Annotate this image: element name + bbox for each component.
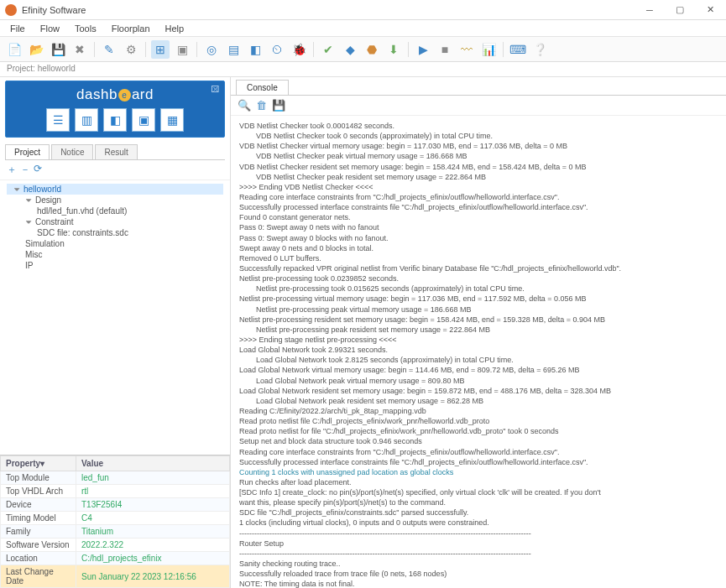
prop-key: Timing Model <box>1 512 76 525</box>
tree-toolbar: ＋ － ⟳ <box>0 160 230 180</box>
remove-file-icon[interactable]: － <box>20 163 30 177</box>
prop-key: Location <box>1 552 76 565</box>
add-file-icon[interactable]: ＋ <box>7 163 17 177</box>
project-path-label: Project: helloworld <box>0 62 726 77</box>
prop-val: C:/hdl_projects_efinix <box>76 552 230 565</box>
console-toolbar: 🔍 🗑 💾 <box>231 96 726 116</box>
prop-val: Titanium <box>76 525 230 539</box>
dash-floorplan-icon[interactable]: ◧ <box>103 108 127 132</box>
tree-design-file[interactable]: hdl/led_fun.vhd (default) <box>30 206 223 216</box>
menu-flow[interactable]: Flow <box>34 22 66 35</box>
console-clear-icon[interactable]: 🗑 <box>256 99 267 112</box>
open-project-icon[interactable]: 📂 <box>27 40 45 59</box>
maximize-button[interactable]: ▢ <box>669 3 691 18</box>
properties-table: Property▾ Value Top Moduleled_fun Top VH… <box>0 455 230 588</box>
wave-icon[interactable]: 〰 <box>457 40 476 59</box>
left-pane: ⮽ dashbeard ☰ ▥ ◧ ▣ ▦ Project Notice Res… <box>0 77 231 588</box>
new-project-icon[interactable]: 📄 <box>5 40 24 59</box>
settings-icon[interactable]: ⚙ <box>122 40 140 59</box>
console-tab[interactable]: Console <box>236 80 289 95</box>
prop-key: Top VHDL Arch <box>1 485 76 498</box>
menubar: File Flow Tools Floorplan Help <box>0 20 726 37</box>
prop-val: T13F256I4 <box>76 498 230 512</box>
save-icon[interactable]: 💾 <box>49 40 67 59</box>
tree-ip[interactable]: IP <box>18 260 223 271</box>
console-output[interactable]: VDB Netlist Checker took 0.0001482 secon… <box>231 116 726 588</box>
dashboard-icon[interactable]: ⊞ <box>151 40 170 59</box>
prop-key: Last Change Date <box>1 565 76 588</box>
left-tabs: Project Notice Result <box>5 144 225 160</box>
help-icon[interactable]: ❔ <box>530 40 549 59</box>
prop-val: 2022.2.322 <box>76 539 230 552</box>
console-search-icon[interactable]: 🔍 <box>238 99 251 112</box>
prop-val: led_fun <box>76 471 230 485</box>
pnr-icon[interactable]: ◆ <box>341 40 359 59</box>
tab-project[interactable]: Project <box>5 144 50 159</box>
toolbar: 📄 📂 💾 ✖ ✎ ⚙ ⊞ ▣ ◎ ▤ ◧ ⏲ 🐞 ✔ ◆ ⬣ ⬇ ▶ ■ 〰 … <box>0 37 726 62</box>
prop-val: rtl <box>76 485 230 498</box>
tree-sdc-file[interactable]: SDC file: constraints.sdc <box>30 227 223 238</box>
edit-icon[interactable]: ✎ <box>100 40 118 59</box>
terminal-icon[interactable]: ⌨ <box>509 40 527 59</box>
tree-root[interactable]: helloworld <box>7 184 223 195</box>
synthesis-icon[interactable]: ✔ <box>319 40 337 59</box>
menu-tools[interactable]: Tools <box>68 22 103 35</box>
debug-icon[interactable]: 🐞 <box>290 40 308 59</box>
props-header-property[interactable]: Property▾ <box>1 456 76 471</box>
refresh-icon[interactable]: ⟳ <box>34 163 42 177</box>
project-tree[interactable]: helloworld Design hdl/led_fun.vhd (defau… <box>0 180 230 331</box>
dash-timing-icon[interactable]: ▣ <box>132 108 155 132</box>
dash-project-icon[interactable]: ☰ <box>46 108 70 132</box>
run-icon[interactable]: ▶ <box>414 40 432 59</box>
ip-icon[interactable]: ◎ <box>202 40 221 59</box>
dash-editor-icon[interactable]: ▥ <box>75 108 98 132</box>
prop-key: Device <box>1 498 76 512</box>
dashboard-close-icon[interactable]: ⮽ <box>211 84 220 94</box>
right-pane: Console 🔍 🗑 💾 VDB Netlist Checker took 0… <box>231 77 726 588</box>
tree-constraint[interactable]: Constraint <box>18 216 223 227</box>
timing-icon[interactable]: ⏲ <box>268 40 286 59</box>
report-icon[interactable]: 📊 <box>479 40 498 59</box>
window-title: Efinity Software <box>22 5 639 15</box>
props-header-value[interactable]: Value <box>76 456 230 471</box>
dashboard-banner: ⮽ dashbeard ☰ ▥ ◧ ▣ ▦ <box>5 81 225 138</box>
constraints-icon[interactable]: ▤ <box>224 40 243 59</box>
prop-val: C4 <box>76 512 230 525</box>
tab-notice[interactable]: Notice <box>51 144 93 159</box>
close-button[interactable]: ✕ <box>699 3 721 18</box>
prop-val: Sun January 22 2023 12:16:56 <box>76 565 230 588</box>
tab-result[interactable]: Result <box>95 144 137 159</box>
program-icon[interactable]: ⬇ <box>384 40 403 59</box>
tree-misc[interactable]: Misc <box>18 249 223 260</box>
floorplan-icon[interactable]: ◧ <box>246 40 264 59</box>
tree-simulation[interactable]: Simulation <box>18 238 223 249</box>
prop-key: Family <box>1 525 76 539</box>
menu-help[interactable]: Help <box>159 22 191 35</box>
minimize-button[interactable]: ─ <box>639 3 661 18</box>
prop-key: Software Version <box>1 539 76 552</box>
editor-icon[interactable]: ▣ <box>173 40 191 59</box>
bitgen-icon[interactable]: ⬣ <box>363 40 381 59</box>
console-save-icon[interactable]: 💾 <box>272 99 285 112</box>
stop-icon[interactable]: ■ <box>436 40 454 59</box>
close-project-icon[interactable]: ✖ <box>71 40 89 59</box>
window-titlebar: Efinity Software ─ ▢ ✕ <box>0 0 726 20</box>
tree-design[interactable]: Design <box>18 195 223 206</box>
dash-debug-icon[interactable]: ▦ <box>160 108 184 132</box>
app-icon <box>5 4 17 16</box>
menu-file[interactable]: File <box>3 22 32 35</box>
dashboard-title: dashbeard <box>11 86 219 103</box>
prop-key: Top Module <box>1 471 76 485</box>
menu-floorplan[interactable]: Floorplan <box>105 22 157 35</box>
